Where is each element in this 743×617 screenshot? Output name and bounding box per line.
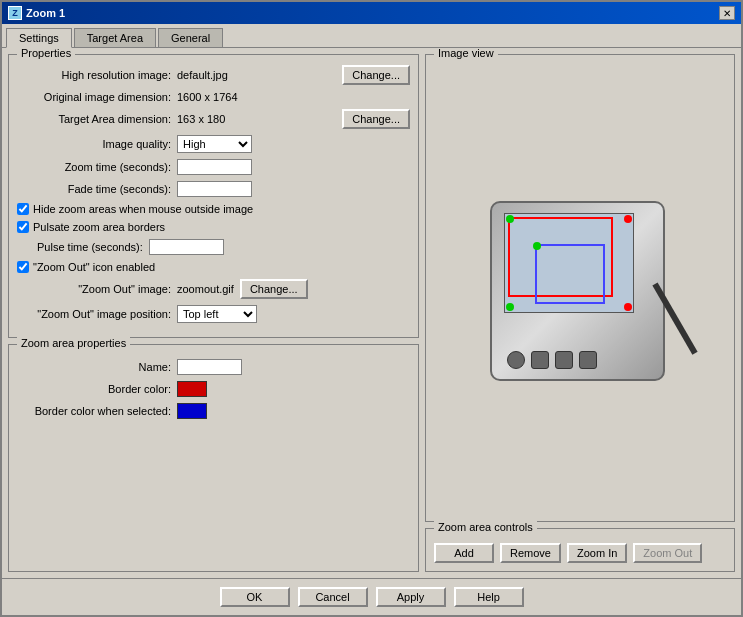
content-area: Properties High resolution image: defaul… bbox=[2, 47, 741, 578]
name-input[interactable]: Buttons bbox=[177, 359, 242, 375]
properties-group: Properties High resolution image: defaul… bbox=[8, 54, 419, 338]
dot-tr bbox=[624, 215, 632, 223]
orig-dim-label: Original image dimension: bbox=[17, 91, 177, 103]
main-window: Z Zoom 1 ✕ Settings Target Area General … bbox=[0, 0, 743, 617]
border-selected-row: Border color when selected: bbox=[17, 403, 410, 419]
zoom-time-label: Zoom time (seconds): bbox=[17, 161, 177, 173]
btn1 bbox=[507, 351, 525, 369]
zoom-controls-buttons: Add Remove Zoom In Zoom Out bbox=[434, 537, 726, 563]
zoom-out-button[interactable]: Zoom Out bbox=[633, 543, 702, 563]
stylus bbox=[652, 283, 697, 355]
dot-tl bbox=[506, 215, 514, 223]
device-screen bbox=[504, 213, 634, 313]
title-bar-left: Z Zoom 1 bbox=[8, 6, 65, 20]
window-title: Zoom 1 bbox=[26, 7, 65, 19]
zoom-out-pos-row: "Zoom Out" image position: Top left Top … bbox=[17, 305, 410, 323]
zoom-time-row: Zoom time (seconds): 1.0 bbox=[17, 159, 410, 175]
help-button[interactable]: Help bbox=[454, 587, 524, 607]
border-color-row: Border color: bbox=[17, 381, 410, 397]
image-view-title: Image view bbox=[434, 47, 498, 59]
dot-bl bbox=[506, 303, 514, 311]
add-button[interactable]: Add bbox=[434, 543, 494, 563]
name-label: Name: bbox=[17, 361, 177, 373]
image-view-group: Image view bbox=[425, 54, 735, 522]
window-icon: Z bbox=[8, 6, 22, 20]
right-panel: Image view bbox=[425, 54, 735, 572]
fade-time-label: Fade time (seconds): bbox=[17, 183, 177, 195]
hide-zoom-checkbox[interactable] bbox=[17, 203, 29, 215]
zoom-out-icon-label: "Zoom Out" icon enabled bbox=[33, 261, 155, 273]
btn3 bbox=[555, 351, 573, 369]
pulsate-label: Pulsate zoom area borders bbox=[33, 221, 165, 233]
dot-inner bbox=[533, 242, 541, 250]
zoom-out-pos-select[interactable]: Top left Top right Bottom left Bottom ri… bbox=[177, 305, 257, 323]
ok-button[interactable]: OK bbox=[220, 587, 290, 607]
zoom-in-button[interactable]: Zoom In bbox=[567, 543, 627, 563]
zoom-out-pos-label: "Zoom Out" image position: bbox=[17, 308, 177, 320]
target-dim-value: 163 x 180 bbox=[177, 113, 336, 125]
pulse-time-input[interactable]: 1.0 bbox=[149, 239, 224, 255]
zoom-out-image-row: "Zoom Out" image: zoomout.gif Change... bbox=[17, 279, 410, 299]
target-dim-row: Target Area dimension: 163 x 180 Change.… bbox=[17, 109, 410, 129]
image-quality-row: Image quality: High Low Medium Very High bbox=[17, 135, 410, 153]
zoom-controls-title: Zoom area controls bbox=[434, 521, 537, 533]
zoom-controls-group: Zoom area controls Add Remove Zoom In Zo… bbox=[425, 528, 735, 572]
pulsate-row: Pulsate zoom area borders bbox=[17, 221, 410, 233]
btn4 bbox=[579, 351, 597, 369]
zoom-out-icon-checkbox[interactable] bbox=[17, 261, 29, 273]
border-selected-label: Border color when selected: bbox=[17, 405, 177, 417]
zoom-area-properties-group: Zoom area properties Name: Buttons Borde… bbox=[8, 344, 419, 572]
high-res-label: High resolution image: bbox=[17, 69, 177, 81]
device-buttons bbox=[507, 351, 597, 369]
fade-time-row: Fade time (seconds): 0.5 bbox=[17, 181, 410, 197]
dot-br bbox=[624, 303, 632, 311]
hide-zoom-row: Hide zoom areas when mouse outside image bbox=[17, 203, 410, 215]
blue-box bbox=[535, 244, 605, 304]
left-panel: Properties High resolution image: defaul… bbox=[8, 54, 419, 572]
change-zoomout-button[interactable]: Change... bbox=[240, 279, 308, 299]
zoom-out-icon-row: "Zoom Out" icon enabled bbox=[17, 261, 410, 273]
border-color-swatch[interactable] bbox=[177, 381, 207, 397]
high-res-value: default.jpg bbox=[177, 69, 336, 81]
zoom-area-group-title: Zoom area properties bbox=[17, 337, 130, 349]
cancel-button[interactable]: Cancel bbox=[298, 587, 368, 607]
image-quality-label: Image quality: bbox=[17, 138, 177, 150]
image-quality-select[interactable]: High Low Medium Very High bbox=[177, 135, 252, 153]
tab-general[interactable]: General bbox=[158, 28, 223, 47]
change-highres-button[interactable]: Change... bbox=[342, 65, 410, 85]
pulse-time-label: Pulse time (seconds): bbox=[37, 241, 143, 253]
orig-dim-row: Original image dimension: 1600 x 1764 bbox=[17, 91, 410, 103]
zoom-out-image-value: zoomout.gif bbox=[177, 283, 234, 295]
bottom-bar: OK Cancel Apply Help bbox=[2, 578, 741, 615]
orig-dim-value: 1600 x 1764 bbox=[177, 91, 410, 103]
tab-settings[interactable]: Settings bbox=[6, 28, 72, 48]
border-selected-swatch[interactable] bbox=[177, 403, 207, 419]
pulse-time-row: Pulse time (seconds): 1.0 bbox=[17, 239, 410, 255]
name-row: Name: Buttons bbox=[17, 359, 410, 375]
fade-time-input[interactable]: 0.5 bbox=[177, 181, 252, 197]
border-color-label: Border color: bbox=[17, 383, 177, 395]
target-dim-label: Target Area dimension: bbox=[17, 113, 177, 125]
close-button[interactable]: ✕ bbox=[719, 6, 735, 20]
properties-group-title: Properties bbox=[17, 47, 75, 59]
apply-button[interactable]: Apply bbox=[376, 587, 446, 607]
zoom-out-image-label: "Zoom Out" image: bbox=[17, 283, 177, 295]
btn2 bbox=[531, 351, 549, 369]
tab-target-area[interactable]: Target Area bbox=[74, 28, 156, 47]
remove-button[interactable]: Remove bbox=[500, 543, 561, 563]
title-bar: Z Zoom 1 ✕ bbox=[2, 2, 741, 24]
device-body bbox=[490, 201, 665, 381]
device-preview bbox=[485, 196, 675, 386]
zoom-time-input[interactable]: 1.0 bbox=[177, 159, 252, 175]
hide-zoom-label: Hide zoom areas when mouse outside image bbox=[33, 203, 253, 215]
pulsate-checkbox[interactable] bbox=[17, 221, 29, 233]
tabs-bar: Settings Target Area General bbox=[2, 24, 741, 47]
high-res-row: High resolution image: default.jpg Chang… bbox=[17, 65, 410, 85]
change-target-button[interactable]: Change... bbox=[342, 109, 410, 129]
